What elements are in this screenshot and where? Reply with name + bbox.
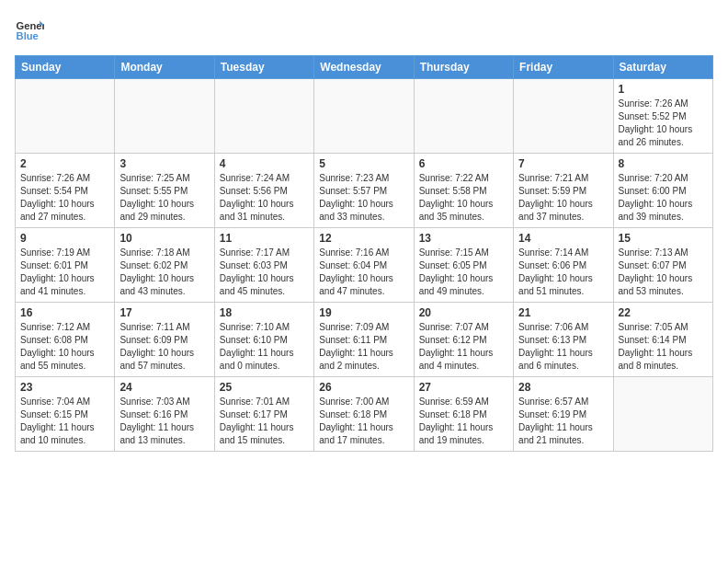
calendar-cell: 22Sunrise: 7:05 AM Sunset: 6:14 PM Dayli… <box>613 303 712 377</box>
day-info: Sunrise: 7:10 AM Sunset: 6:10 PM Dayligh… <box>220 321 309 373</box>
calendar-cell: 11Sunrise: 7:17 AM Sunset: 6:03 PM Dayli… <box>214 228 313 303</box>
calendar-cell <box>214 79 313 154</box>
day-info: Sunrise: 6:57 AM Sunset: 6:19 PM Dayligh… <box>518 396 608 447</box>
calendar-cell: 4Sunrise: 7:24 AM Sunset: 5:56 PM Daylig… <box>214 154 313 228</box>
calendar-cell: 21Sunrise: 7:06 AM Sunset: 6:13 PM Dayli… <box>514 303 613 377</box>
calendar-cell: 14Sunrise: 7:14 AM Sunset: 6:06 PM Dayli… <box>514 228 613 303</box>
page-header: General Blue <box>15 15 713 44</box>
calendar-header-row: SundayMondayTuesdayWednesdayThursdayFrid… <box>16 56 713 79</box>
calendar-cell: 18Sunrise: 7:10 AM Sunset: 6:10 PM Dayli… <box>214 303 313 377</box>
col-header-tuesday: Tuesday <box>214 56 313 79</box>
day-info: Sunrise: 7:19 AM Sunset: 6:01 PM Dayligh… <box>20 247 109 298</box>
calendar-table: SundayMondayTuesdayWednesdayThursdayFrid… <box>15 55 713 452</box>
day-number: 20 <box>419 306 508 319</box>
day-info: Sunrise: 7:00 AM Sunset: 6:18 PM Dayligh… <box>319 396 408 447</box>
day-number: 4 <box>220 157 309 170</box>
calendar-cell: 17Sunrise: 7:11 AM Sunset: 6:09 PM Dayli… <box>115 303 214 377</box>
day-info: Sunrise: 7:12 AM Sunset: 6:08 PM Dayligh… <box>20 321 109 373</box>
calendar-cell: 20Sunrise: 7:07 AM Sunset: 6:12 PM Dayli… <box>414 303 513 377</box>
day-info: Sunrise: 7:16 AM Sunset: 6:04 PM Dayligh… <box>319 247 408 298</box>
calendar-cell: 12Sunrise: 7:16 AM Sunset: 6:04 PM Dayli… <box>314 228 414 303</box>
calendar-cell: 5Sunrise: 7:23 AM Sunset: 5:57 PM Daylig… <box>314 154 414 228</box>
day-info: Sunrise: 7:07 AM Sunset: 6:12 PM Dayligh… <box>419 321 508 373</box>
col-header-thursday: Thursday <box>414 56 513 79</box>
day-info: Sunrise: 7:17 AM Sunset: 6:03 PM Dayligh… <box>220 247 309 298</box>
day-info: Sunrise: 7:25 AM Sunset: 5:55 PM Dayligh… <box>119 172 209 224</box>
day-info: Sunrise: 7:26 AM Sunset: 5:52 PM Dayligh… <box>619 98 708 149</box>
day-number: 18 <box>220 306 309 319</box>
day-number: 10 <box>119 232 209 245</box>
calendar-cell <box>414 79 513 154</box>
logo: General Blue <box>15 15 44 44</box>
day-info: Sunrise: 7:26 AM Sunset: 5:54 PM Dayligh… <box>20 172 109 224</box>
logo-icon: General Blue <box>15 15 44 44</box>
day-info: Sunrise: 7:09 AM Sunset: 6:11 PM Dayligh… <box>319 321 408 373</box>
day-info: Sunrise: 7:20 AM Sunset: 6:00 PM Dayligh… <box>619 172 708 224</box>
calendar-cell <box>115 79 214 154</box>
calendar-cell: 24Sunrise: 7:03 AM Sunset: 6:16 PM Dayli… <box>115 377 214 452</box>
day-number: 26 <box>319 381 408 394</box>
day-info: Sunrise: 7:21 AM Sunset: 5:59 PM Dayligh… <box>518 172 608 224</box>
calendar-week-row: 1Sunrise: 7:26 AM Sunset: 5:52 PM Daylig… <box>16 79 713 154</box>
day-number: 17 <box>119 306 209 319</box>
calendar-cell <box>613 377 712 452</box>
calendar-cell: 16Sunrise: 7:12 AM Sunset: 6:08 PM Dayli… <box>16 303 115 377</box>
calendar-week-row: 16Sunrise: 7:12 AM Sunset: 6:08 PM Dayli… <box>16 303 713 377</box>
calendar-cell <box>16 79 115 154</box>
day-number: 11 <box>220 232 309 245</box>
col-header-sunday: Sunday <box>16 56 115 79</box>
day-number: 2 <box>20 157 109 170</box>
calendar-cell: 6Sunrise: 7:22 AM Sunset: 5:58 PM Daylig… <box>414 154 513 228</box>
day-info: Sunrise: 7:13 AM Sunset: 6:07 PM Dayligh… <box>619 247 708 298</box>
day-info: Sunrise: 7:11 AM Sunset: 6:09 PM Dayligh… <box>119 321 209 373</box>
calendar-cell: 7Sunrise: 7:21 AM Sunset: 5:59 PM Daylig… <box>514 154 613 228</box>
calendar-week-row: 2Sunrise: 7:26 AM Sunset: 5:54 PM Daylig… <box>16 154 713 228</box>
calendar-cell: 10Sunrise: 7:18 AM Sunset: 6:02 PM Dayli… <box>115 228 214 303</box>
day-number: 12 <box>319 232 408 245</box>
day-number: 19 <box>319 306 408 319</box>
calendar-cell: 23Sunrise: 7:04 AM Sunset: 6:15 PM Dayli… <box>16 377 115 452</box>
day-info: Sunrise: 7:05 AM Sunset: 6:14 PM Dayligh… <box>619 321 708 373</box>
calendar-cell: 8Sunrise: 7:20 AM Sunset: 6:00 PM Daylig… <box>613 154 712 228</box>
day-number: 6 <box>419 157 508 170</box>
day-info: Sunrise: 7:18 AM Sunset: 6:02 PM Dayligh… <box>119 247 209 298</box>
day-number: 14 <box>518 232 608 245</box>
col-header-friday: Friday <box>514 56 613 79</box>
col-header-wednesday: Wednesday <box>314 56 414 79</box>
day-info: Sunrise: 7:24 AM Sunset: 5:56 PM Dayligh… <box>220 172 309 224</box>
calendar-cell: 3Sunrise: 7:25 AM Sunset: 5:55 PM Daylig… <box>115 154 214 228</box>
day-info: Sunrise: 7:01 AM Sunset: 6:17 PM Dayligh… <box>220 396 309 447</box>
col-header-saturday: Saturday <box>613 56 712 79</box>
calendar-cell: 13Sunrise: 7:15 AM Sunset: 6:05 PM Dayli… <box>414 228 513 303</box>
calendar-cell: 26Sunrise: 7:00 AM Sunset: 6:18 PM Dayli… <box>314 377 414 452</box>
day-info: Sunrise: 7:04 AM Sunset: 6:15 PM Dayligh… <box>20 396 109 447</box>
day-info: Sunrise: 7:23 AM Sunset: 5:57 PM Dayligh… <box>319 172 408 224</box>
day-number: 16 <box>20 306 109 319</box>
day-info: Sunrise: 7:14 AM Sunset: 6:06 PM Dayligh… <box>518 247 608 298</box>
calendar-cell <box>314 79 414 154</box>
svg-text:Blue: Blue <box>17 30 39 41</box>
day-number: 28 <box>518 381 608 394</box>
day-number: 23 <box>20 381 109 394</box>
day-info: Sunrise: 7:22 AM Sunset: 5:58 PM Dayligh… <box>419 172 508 224</box>
col-header-monday: Monday <box>115 56 214 79</box>
day-info: Sunrise: 7:15 AM Sunset: 6:05 PM Dayligh… <box>419 247 508 298</box>
day-number: 15 <box>619 232 708 245</box>
day-number: 1 <box>619 83 708 96</box>
day-number: 25 <box>220 381 309 394</box>
day-number: 9 <box>20 232 109 245</box>
day-number: 24 <box>119 381 209 394</box>
day-number: 8 <box>619 157 708 170</box>
day-info: Sunrise: 6:59 AM Sunset: 6:18 PM Dayligh… <box>419 396 508 447</box>
calendar-week-row: 9Sunrise: 7:19 AM Sunset: 6:01 PM Daylig… <box>16 228 713 303</box>
calendar-cell: 19Sunrise: 7:09 AM Sunset: 6:11 PM Dayli… <box>314 303 414 377</box>
calendar-cell: 9Sunrise: 7:19 AM Sunset: 6:01 PM Daylig… <box>16 228 115 303</box>
day-info: Sunrise: 7:06 AM Sunset: 6:13 PM Dayligh… <box>518 321 608 373</box>
calendar-cell: 27Sunrise: 6:59 AM Sunset: 6:18 PM Dayli… <box>414 377 513 452</box>
calendar-week-row: 23Sunrise: 7:04 AM Sunset: 6:15 PM Dayli… <box>16 377 713 452</box>
day-number: 27 <box>419 381 508 394</box>
day-number: 3 <box>119 157 209 170</box>
day-info: Sunrise: 7:03 AM Sunset: 6:16 PM Dayligh… <box>119 396 209 447</box>
day-number: 7 <box>518 157 608 170</box>
calendar-cell: 28Sunrise: 6:57 AM Sunset: 6:19 PM Dayli… <box>514 377 613 452</box>
